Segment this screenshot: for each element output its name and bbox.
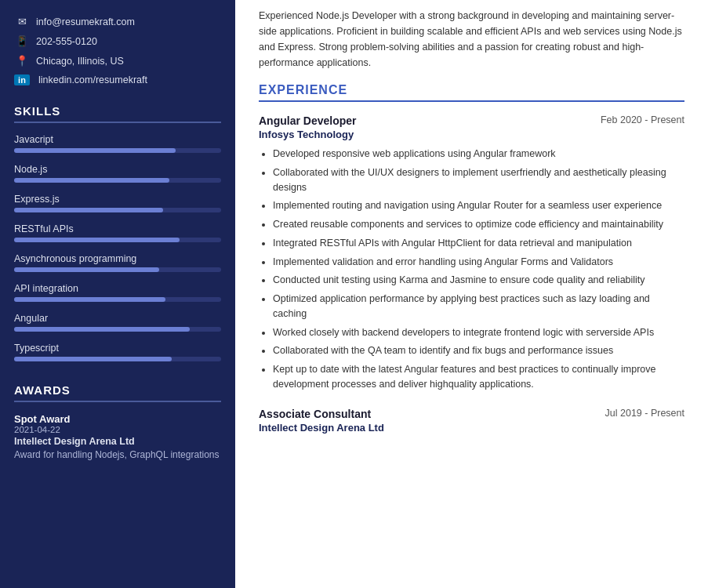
bullet-1-0: Developed responsive web applications us… — [273, 147, 684, 162]
phone-icon: 📱 — [14, 35, 30, 47]
skills-list: Javacript Node.js Express.js RESTful API… — [14, 134, 221, 361]
job-block-2: Associate Consultant Jul 2019 - Present … — [259, 408, 684, 434]
skills-title: SKILLS — [14, 104, 221, 123]
skill-item-7: Typescript — [14, 343, 221, 361]
bullet-1-8: Worked closely with backend developers t… — [273, 325, 684, 340]
contact-email: ✉ info@resumekraft.com — [14, 16, 221, 27]
skill-bar-bg-1 — [14, 178, 221, 183]
skill-name-3: RESTful APIs — [14, 223, 221, 234]
sidebar: ✉ info@resumekraft.com 📱 202-555-0120 📍 … — [0, 0, 235, 588]
skills-section: SKILLS Javacript Node.js Express.js REST… — [14, 104, 221, 361]
bullet-1-5: Implemented validation and error handlin… — [273, 255, 684, 270]
skill-item-3: RESTful APIs — [14, 223, 221, 242]
skill-name-5: API integration — [14, 283, 221, 294]
skill-bar-bg-7 — [14, 357, 221, 361]
contact-linkedin: in linkedin.com/resumekraft — [14, 74, 221, 85]
awards-section: AWARDS Spot Award 2021-04-22 Intellect D… — [14, 383, 221, 460]
job-block-1: Angular Developer Feb 2020 - Present Inf… — [259, 114, 684, 392]
skill-name-0: Javacript — [14, 134, 221, 145]
job-company-1: Infosys Technology — [259, 129, 684, 140]
skill-bar-fill-4 — [14, 267, 159, 272]
skill-name-7: Typescript — [14, 343, 221, 354]
award-name: Spot Award — [14, 413, 221, 425]
bullet-1-7: Optimized application performance by app… — [273, 292, 684, 321]
bullet-1-6: Conducted unit testing using Karma and J… — [273, 273, 684, 288]
bullet-1-1: Collaborated with the UI/UX designers to… — [273, 165, 684, 195]
skill-bar-fill-1 — [14, 178, 169, 183]
main-content: Experienced Node.js Developer with a str… — [235, 0, 708, 588]
bullet-1-2: Implemented routing and navigation using… — [273, 198, 684, 213]
skill-bar-bg-5 — [14, 297, 221, 302]
job-title-1: Angular Developer — [259, 114, 356, 127]
experience-section: EXPERIENCE Angular Developer Feb 2020 - … — [259, 83, 684, 434]
bullet-1-9: Collaborated with the QA team to identif… — [273, 343, 684, 358]
skill-bar-bg-4 — [14, 267, 221, 272]
skill-item-6: Angular — [14, 313, 221, 332]
email-icon: ✉ — [14, 16, 30, 27]
bullet-1-4: Integrated RESTful APIs with Angular Htt… — [273, 236, 684, 251]
bullet-1-3: Created reusable components and services… — [273, 217, 684, 232]
job-dates-1: Feb 2020 - Present — [601, 114, 684, 125]
job-header-1: Angular Developer Feb 2020 - Present — [259, 114, 684, 127]
skill-bar-fill-3 — [14, 238, 180, 242]
skill-name-4: Asynchronous programming — [14, 253, 221, 264]
linkedin-icon: in — [14, 74, 30, 85]
awards-title: AWARDS — [14, 383, 221, 402]
contact-section: ✉ info@resumekraft.com 📱 202-555-0120 📍 … — [14, 16, 221, 85]
award-item: Spot Award 2021-04-22 Intellect Design A… — [14, 413, 221, 460]
skill-name-6: Angular — [14, 313, 221, 324]
skill-bar-fill-2 — [14, 208, 163, 212]
job-title-2: Associate Consultant — [259, 408, 371, 420]
experience-heading: EXPERIENCE — [259, 83, 684, 102]
location-icon: 📍 — [14, 55, 30, 67]
skill-bar-bg-2 — [14, 208, 221, 212]
skill-item-5: API integration — [14, 283, 221, 302]
skill-item-1: Node.js — [14, 164, 221, 183]
job-header-2: Associate Consultant Jul 2019 - Present — [259, 408, 684, 420]
skill-item-4: Asynchronous programming — [14, 253, 221, 272]
bullet-1-10: Kept up to date with the latest Angular … — [273, 362, 684, 392]
skill-bar-fill-6 — [14, 327, 190, 332]
contact-location: 📍 Chicago, Illinois, US — [14, 55, 221, 67]
job-dates-2: Jul 2019 - Present — [605, 408, 684, 419]
award-desc: Award for handling Nodejs, GraphQL integ… — [14, 449, 221, 460]
skill-bar-bg-0 — [14, 148, 221, 153]
skill-bar-fill-5 — [14, 297, 165, 302]
intro-text: Experienced Node.js Developer with a str… — [259, 8, 684, 71]
skill-bar-fill-0 — [14, 148, 176, 153]
skill-bar-fill-7 — [14, 357, 172, 361]
contact-phone: 📱 202-555-0120 — [14, 35, 221, 47]
job-company-2: Intellect Design Arena Ltd — [259, 422, 684, 434]
skill-name-2: Express.js — [14, 194, 221, 205]
skill-name-1: Node.js — [14, 164, 221, 175]
award-date: 2021-04-22 — [14, 425, 221, 434]
job-bullets-1: Developed responsive web applications us… — [259, 147, 684, 392]
award-org: Intellect Design Arena Ltd — [14, 436, 221, 447]
skill-item-2: Express.js — [14, 194, 221, 212]
skill-item-0: Javacript — [14, 134, 221, 153]
skill-bar-bg-6 — [14, 327, 221, 332]
skill-bar-bg-3 — [14, 238, 221, 242]
